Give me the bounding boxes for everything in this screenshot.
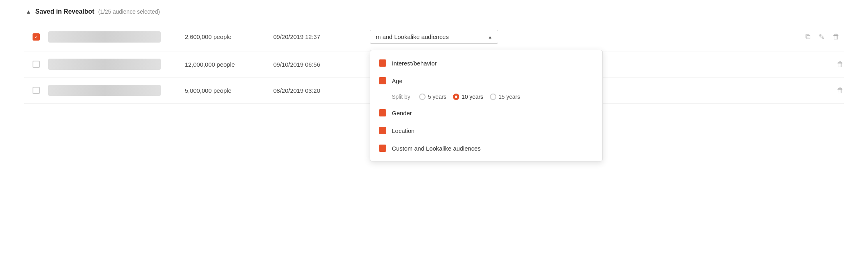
audience-row: 2,600,000 people 09/20/2019 12:37 m and …	[24, 22, 844, 51]
dropdown-arrow-icon: ▲	[488, 35, 492, 39]
collapse-icon[interactable]: ▲	[26, 8, 31, 15]
radio-label-15years: 15 years	[499, 94, 520, 100]
gender-icon	[379, 109, 386, 116]
section-subtitle: (1/25 audience selected)	[98, 8, 160, 15]
checkbox-area-2	[24, 61, 48, 68]
dropdown-item-interest[interactable]: Interest/behavior	[370, 54, 602, 72]
audience-name-1	[48, 31, 161, 43]
audience-checkbox-3[interactable]	[33, 87, 40, 94]
section-header: ▲ Saved in Revealbot (1/25 audience sele…	[24, 8, 844, 15]
edit-icon[interactable]: ✎	[819, 33, 825, 41]
radio-10years[interactable]: 10 years	[453, 94, 483, 100]
age-icon	[379, 77, 386, 84]
custom-icon	[379, 145, 386, 152]
copy-icon[interactable]: ⧉	[805, 33, 811, 41]
radio-5years[interactable]: 5 years	[419, 94, 446, 100]
location-icon	[379, 127, 386, 134]
checkbox-area-1	[24, 33, 48, 41]
audience-list: 2,600,000 people 09/20/2019 12:37 m and …	[24, 22, 844, 104]
audience-checkbox-2[interactable]	[33, 61, 40, 68]
row1-actions: ⧉ ✎ 🗑	[805, 33, 844, 41]
location-label: Location	[392, 127, 415, 134]
gender-label: Gender	[392, 110, 412, 116]
dropdown-item-custom[interactable]: Custom and Lookalike audiences	[370, 139, 602, 157]
interest-label: Interest/behavior	[392, 60, 437, 67]
delete-icon-1[interactable]: 🗑	[833, 33, 840, 41]
checkbox-area-3	[24, 87, 48, 94]
audience-name-3	[48, 85, 161, 96]
radio-label-10years: 10 years	[462, 94, 483, 100]
section-title: Saved in Revealbot	[35, 8, 94, 15]
dropdown-item-location[interactable]: Location	[370, 122, 602, 139]
dropdown-item-age[interactable]: Age	[370, 72, 602, 90]
radio-circle-5years	[419, 94, 426, 100]
delete-icon-3[interactable]: 🗑	[837, 86, 844, 95]
audience-count-2: 12,000,000 people	[185, 61, 273, 68]
radio-circle-15years	[490, 94, 496, 100]
audience-checkbox-1[interactable]	[33, 33, 40, 41]
interest-icon	[379, 59, 386, 67]
split-by-label: Split by	[392, 94, 410, 100]
audience-name-2	[48, 59, 161, 70]
radio-label-5years: 5 years	[428, 94, 446, 100]
radio-circle-10years	[453, 94, 459, 100]
dropdown-menu: Interest/behavior Age Split by 5 years	[370, 50, 603, 161]
custom-label: Custom and Lookalike audiences	[392, 145, 481, 152]
main-container: ▲ Saved in Revealbot (1/25 audience sele…	[0, 0, 868, 253]
audience-count-1: 2,600,000 people	[185, 33, 273, 40]
dropdown-selected-text: m and Lookalike audiences	[376, 33, 449, 40]
audience-date-2: 09/10/2019 06:56	[273, 61, 370, 68]
age-label: Age	[392, 78, 403, 84]
audience-count-3: 5,000,000 people	[185, 87, 273, 94]
age-split-row: Split by 5 years 10 years 15 years	[370, 90, 602, 104]
audience-date-3: 08/20/2019 03:20	[273, 87, 370, 94]
dropdown-trigger-1: m and Lookalike audiences ▲ Interest/beh…	[370, 30, 498, 44]
radio-15years[interactable]: 15 years	[490, 94, 520, 100]
audience-date-1: 09/20/2019 12:37	[273, 33, 370, 40]
dropdown-item-gender[interactable]: Gender	[370, 104, 602, 122]
delete-icon-2[interactable]: 🗑	[837, 60, 844, 69]
dropdown-select-1[interactable]: m and Lookalike audiences ▲	[370, 30, 498, 44]
